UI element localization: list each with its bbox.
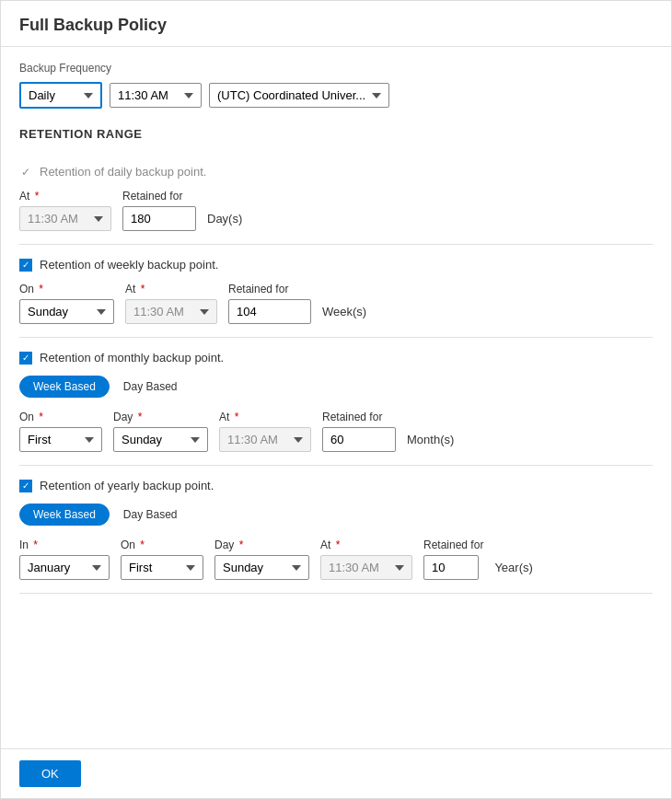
daily-at-label: At * [19, 190, 111, 203]
daily-unit: Day(s) [207, 212, 242, 231]
monthly-retention-title: Retention of monthly backup point. [40, 351, 224, 365]
daily-checkbox[interactable] [19, 166, 32, 179]
yearly-in-group: In * January February March April May Ju… [19, 538, 110, 580]
monthly-checkbox[interactable] [19, 352, 32, 365]
weekly-retention-section: Retention of weekly backup point. On * S… [19, 245, 653, 338]
weekly-on-group: On * Sunday Monday Tuesday Wednesday Thu… [19, 283, 114, 324]
yearly-day-group: Day * Sunday Monday Tuesday Wednesday Th… [214, 538, 309, 580]
ok-button[interactable]: OK [19, 760, 81, 787]
daily-at-select[interactable]: 11:30 AM [19, 206, 111, 231]
monthly-week-based-btn[interactable]: Week Based [19, 376, 110, 398]
yearly-at-group: At * 11:30 AM [320, 538, 412, 580]
time-select[interactable]: 11:30 AM 12:00 AM [110, 83, 202, 108]
content-area: Backup Frequency Daily Weekly Monthly 11… [1, 47, 671, 748]
yearly-at-select[interactable]: 11:30 AM [320, 555, 412, 580]
yearly-on-select[interactable]: First Second Third Fourth Last [121, 555, 203, 580]
daily-retention-section: Retention of daily backup point. At * 11… [19, 152, 653, 245]
daily-retention-title: Retention of daily backup point. [40, 165, 206, 179]
page-title: Full Backup Policy [1, 1, 671, 47]
weekly-unit: Week(s) [322, 305, 366, 324]
frequency-select[interactable]: Daily Weekly Monthly [19, 82, 102, 109]
yearly-day-select[interactable]: Sunday Monday Tuesday Wednesday Thursday… [214, 555, 309, 580]
yearly-in-label: In * [19, 538, 110, 551]
monthly-retained-group: Retained for [322, 411, 396, 452]
yearly-toggle-group: Week Based Day Based [19, 504, 653, 526]
yearly-retention-header: Retention of yearly backup point. [19, 479, 653, 492]
monthly-at-select[interactable]: 11:30 AM [219, 427, 311, 452]
monthly-on-group: On * First Second Third Fourth Last [19, 411, 102, 452]
daily-retained-input[interactable] [122, 206, 196, 231]
daily-retention-header: Retention of daily backup point. [19, 165, 653, 179]
monthly-at-required: * [235, 411, 239, 423]
monthly-at-label: At * [219, 411, 311, 423]
weekly-at-required: * [141, 283, 145, 295]
yearly-field-row: In * January February March April May Ju… [19, 538, 653, 580]
daily-retained-group: Retained for [122, 190, 196, 231]
weekly-retention-title: Retention of weekly backup point. [40, 258, 218, 272]
page-container: Full Backup Policy Backup Frequency Dail… [0, 0, 672, 799]
daily-at-required: * [35, 190, 40, 203]
monthly-day-based-btn[interactable]: Day Based [110, 376, 191, 398]
monthly-retention-section: Retention of monthly backup point. Week … [19, 338, 653, 466]
yearly-week-based-btn[interactable]: Week Based [19, 504, 110, 526]
backup-frequency-label: Backup Frequency [19, 62, 653, 75]
yearly-retained-input[interactable] [423, 555, 479, 580]
weekly-retained-label: Retained for [228, 283, 311, 295]
monthly-retained-label: Retained for [322, 411, 396, 423]
yearly-day-based-btn[interactable]: Day Based [110, 504, 191, 526]
yearly-on-label: On * [121, 538, 203, 551]
monthly-retained-input[interactable] [322, 427, 396, 452]
daily-retained-label: Retained for [122, 190, 196, 203]
yearly-on-required: * [140, 538, 145, 551]
weekly-retained-input[interactable] [228, 299, 311, 324]
yearly-at-required: * [336, 538, 341, 551]
yearly-day-label: Day * [214, 538, 309, 551]
daily-field-row: At * 11:30 AM Retained for Day(s) [19, 190, 653, 231]
weekly-on-label: On * [19, 283, 114, 295]
monthly-retention-header: Retention of monthly backup point. [19, 351, 653, 365]
weekly-retained-group: Retained for [228, 283, 311, 324]
yearly-in-select[interactable]: January February March April May June Ju… [19, 555, 110, 580]
yearly-retained-label: Retained for [423, 538, 483, 551]
daily-at-group: At * 11:30 AM [19, 190, 111, 231]
monthly-day-required: * [138, 411, 143, 423]
weekly-on-required: * [39, 283, 43, 295]
footer: OK [1, 748, 671, 798]
weekly-field-row: On * Sunday Monday Tuesday Wednesday Thu… [19, 283, 653, 324]
yearly-on-group: On * First Second Third Fourth Last [121, 538, 203, 580]
yearly-day-required: * [239, 538, 244, 551]
monthly-day-label: Day * [113, 411, 208, 423]
yearly-retained-group: Retained for [423, 538, 483, 580]
weekly-at-group: At * 11:30 AM [125, 283, 217, 324]
monthly-toggle-group: Week Based Day Based [19, 376, 653, 398]
timezone-select[interactable]: (UTC) Coordinated Univer... [209, 83, 389, 108]
yearly-checkbox[interactable] [19, 480, 32, 492]
yearly-unit: Year(s) [494, 561, 532, 580]
monthly-on-label: On * [19, 411, 102, 423]
weekly-checkbox[interactable] [19, 259, 32, 272]
weekly-retention-header: Retention of weekly backup point. [19, 258, 653, 272]
frequency-row: Daily Weekly Monthly 11:30 AM 12:00 AM (… [19, 82, 653, 109]
yearly-retention-section: Retention of yearly backup point. Week B… [19, 466, 653, 594]
yearly-at-label: At * [320, 538, 412, 551]
monthly-unit: Month(s) [407, 433, 454, 452]
monthly-day-select[interactable]: Sunday Monday Tuesday Wednesday Thursday… [113, 427, 208, 452]
yearly-retention-title: Retention of yearly backup point. [40, 479, 214, 492]
weekly-on-select[interactable]: Sunday Monday Tuesday Wednesday Thursday… [19, 299, 114, 324]
retention-range-label: RETENTION RANGE [19, 127, 653, 141]
monthly-at-group: At * 11:30 AM [219, 411, 311, 452]
monthly-on-required: * [39, 411, 43, 423]
monthly-field-row: On * First Second Third Fourth Last Day … [19, 411, 653, 452]
monthly-on-select[interactable]: First Second Third Fourth Last [19, 427, 102, 452]
yearly-in-required: * [33, 538, 38, 551]
weekly-at-select[interactable]: 11:30 AM [125, 299, 217, 324]
weekly-at-label: At * [125, 283, 217, 295]
monthly-day-group: Day * Sunday Monday Tuesday Wednesday Th… [113, 411, 208, 452]
